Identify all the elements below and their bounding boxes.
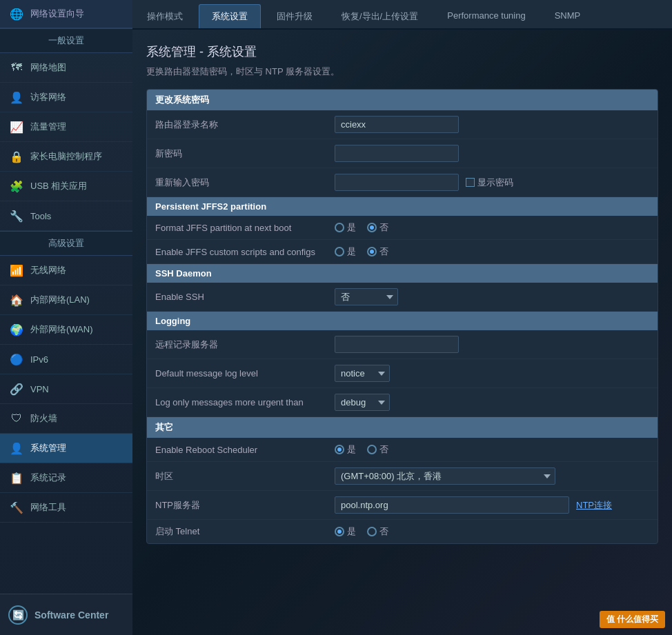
sidebar-item-network-tools[interactable]: 🔨 网络工具 [0, 493, 132, 523]
tab-performance-tuning[interactable]: Performance tuning [434, 4, 538, 28]
telnet-yes-radio[interactable] [335, 527, 344, 536]
timezone-select[interactable]: (GMT+08:00) 北京，香港 (GMT+00:00) UTC (GMT+0… [335, 467, 555, 485]
router-name-control [335, 116, 649, 133]
tab-operation-mode[interactable]: 操作模式 [134, 4, 196, 28]
reboot-scheduler-no-radio[interactable] [367, 445, 377, 454]
software-center-bar[interactable]: 🔄 Software Center [0, 594, 132, 635]
sidebar-item-label: 网络工具 [30, 501, 66, 514]
timezone-control: (GMT+08:00) 北京，香港 (GMT+00:00) UTC (GMT+0… [335, 467, 649, 485]
format-jffs-control: 是 否 [335, 221, 649, 234]
ipv6-icon: 🔵 [8, 351, 25, 367]
tab-firmware-upgrade[interactable]: 固件升级 [264, 4, 326, 28]
reboot-scheduler-control: 是 否 [335, 443, 649, 456]
sidebar-item-wireless[interactable]: 📶 无线网络 [0, 256, 132, 285]
sidebar-item-label: USB 相关应用 [30, 180, 87, 192]
urgent-log-select[interactable]: debug info notice warning error [335, 394, 390, 411]
network-wizard-icon: 🌐 [8, 6, 25, 22]
format-jffs-no-radio[interactable] [367, 223, 377, 232]
system-log-icon: 📋 [8, 470, 25, 486]
format-jffs-no-label[interactable]: 否 [367, 221, 388, 234]
telnet-no-label[interactable]: 否 [367, 525, 388, 538]
enable-jffs-no-radio[interactable] [367, 247, 377, 256]
sidebar-top-item[interactable]: 🌐 网络设置向导 [0, 0, 132, 28]
sidebar-item-parental-ctrl[interactable]: 🔒 家长电脑控制程序 [0, 142, 132, 172]
page-description: 更换路由器登陆密码，时区与 NTP 服务器设置。 [146, 65, 658, 78]
router-name-row: 路由器登录名称 [147, 110, 658, 139]
urgent-log-label: Log only messages more urgent than [155, 397, 335, 407]
tools-icon: 🔧 [8, 208, 25, 224]
content-area: 系统管理 - 系统设置 更换路由器登陆密码，时区与 NTP 服务器设置。 更改系… [132, 30, 672, 635]
show-password-checkbox[interactable] [466, 178, 475, 187]
log-level-row: Default message log level debug info not… [147, 359, 658, 388]
top-tabs: 操作模式 系统设置 固件升级 恢复/导出/上传设置 Performance tu… [132, 0, 672, 30]
show-password-text: 显示密码 [477, 177, 513, 189]
reboot-scheduler-yes-label[interactable]: 是 [335, 443, 356, 456]
sidebar-item-ipv6[interactable]: 🔵 IPv6 [0, 345, 132, 374]
format-jffs-no-text: 否 [379, 221, 388, 234]
telnet-row: 启动 Telnet 是 否 [147, 520, 658, 543]
sidebar-item-label: VPN [30, 384, 49, 394]
remote-server-row: 远程记录服务器 [147, 330, 658, 359]
format-jffs-label: Format JFFS partition at next boot [155, 223, 335, 233]
confirm-password-row: 重新输入密码 显示密码 [147, 168, 658, 197]
format-jffs-yes-text: 是 [347, 221, 356, 234]
sidebar-item-system-log[interactable]: 📋 系统记录 [0, 463, 132, 493]
telnet-yes-label[interactable]: 是 [335, 525, 356, 538]
sidebar-item-system-mgmt[interactable]: 👤 系统管理 [0, 434, 132, 463]
reboot-scheduler-no-label[interactable]: 否 [367, 443, 388, 456]
router-name-input[interactable] [335, 116, 459, 133]
sidebar-item-label: 家长电脑控制程序 [30, 150, 102, 163]
show-password-label[interactable]: 显示密码 [466, 177, 513, 189]
ntp-server-row: NTP服务器 NTP连接 [147, 491, 658, 520]
enable-ssh-select[interactable]: 否 是 LAN only WAN only [335, 288, 398, 305]
sidebar-item-label: Tools [30, 211, 51, 221]
enable-jffs-yes-radio[interactable] [335, 247, 344, 256]
sidebar-item-vpn[interactable]: 🔗 VPN [0, 374, 132, 404]
general-section-header: 一般设置 [0, 28, 132, 53]
system-mgmt-icon: 👤 [8, 440, 25, 456]
remote-server-input[interactable] [335, 336, 459, 353]
sidebar-item-label: 系统管理 [30, 442, 66, 454]
log-level-select[interactable]: debug info notice warning error [335, 365, 390, 382]
network-map-icon: 🗺 [8, 59, 25, 76]
format-jffs-yes-label[interactable]: 是 [335, 221, 356, 234]
format-jffs-row: Format JFFS partition at next boot 是 否 [147, 216, 658, 240]
sidebar-item-network-map[interactable]: 🗺 网络地图 [0, 53, 132, 83]
enable-jffs-yes-label[interactable]: 是 [335, 245, 356, 258]
sidebar-item-wan[interactable]: 🌍 外部网络(WAN) [0, 315, 132, 345]
sidebar-item-usb-apps[interactable]: 🧩 USB 相关应用 [0, 172, 132, 201]
tab-snmp[interactable]: SNMP [542, 4, 594, 28]
ntp-server-label: NTP服务器 [155, 499, 335, 512]
sidebar: 🌐 网络设置向导 一般设置 🗺 网络地图 👤 访客网络 📈 流量管理 🔒 家长电… [0, 0, 132, 635]
vpn-icon: 🔗 [8, 381, 25, 397]
ntp-server-input[interactable] [335, 496, 569, 514]
enable-jffs-control: 是 否 [335, 245, 649, 258]
enable-ssh-row: Enable SSH 否 是 LAN only WAN only [147, 283, 658, 312]
confirm-password-input[interactable] [335, 174, 459, 191]
tab-restore-export[interactable]: 恢复/导出/上传设置 [328, 4, 431, 28]
enable-ssh-control: 否 是 LAN only WAN only [335, 288, 649, 305]
new-password-input[interactable] [335, 145, 459, 162]
ntp-connect-button[interactable]: NTP连接 [576, 499, 612, 512]
sidebar-item-guest-network[interactable]: 👤 访客网络 [0, 83, 132, 112]
enable-jffs-no-label[interactable]: 否 [367, 245, 388, 258]
sidebar-item-lan[interactable]: 🏠 内部网络(LAN) [0, 285, 132, 315]
sidebar-item-firewall[interactable]: 🛡 防火墙 [0, 404, 132, 434]
new-password-label: 新密码 [155, 148, 335, 160]
sidebar-item-traffic-mgmt[interactable]: 📈 流量管理 [0, 112, 132, 142]
new-password-row: 新密码 [147, 139, 658, 168]
tab-system-settings[interactable]: 系统设置 [199, 4, 261, 28]
sidebar-item-label: 外部网络(WAN) [30, 323, 93, 336]
sidebar-item-tools[interactable]: 🔧 Tools [0, 201, 132, 231]
remote-server-label: 远程记录服务器 [155, 339, 335, 351]
sidebar-item-label: 无线网络 [30, 264, 66, 276]
format-jffs-yes-radio[interactable] [335, 223, 344, 232]
sidebar-item-label: 访客网络 [30, 91, 66, 103]
logging-section-title: Logging [147, 312, 658, 330]
reboot-scheduler-yes-radio[interactable] [335, 445, 344, 454]
watermark: 值 什么值得买 [600, 611, 665, 628]
parental-ctrl-icon: 🔒 [8, 148, 25, 165]
page-title: 系统管理 - 系统设置 [146, 43, 658, 60]
telnet-no-radio[interactable] [367, 527, 377, 536]
telnet-radio-group: 是 否 [335, 525, 388, 538]
